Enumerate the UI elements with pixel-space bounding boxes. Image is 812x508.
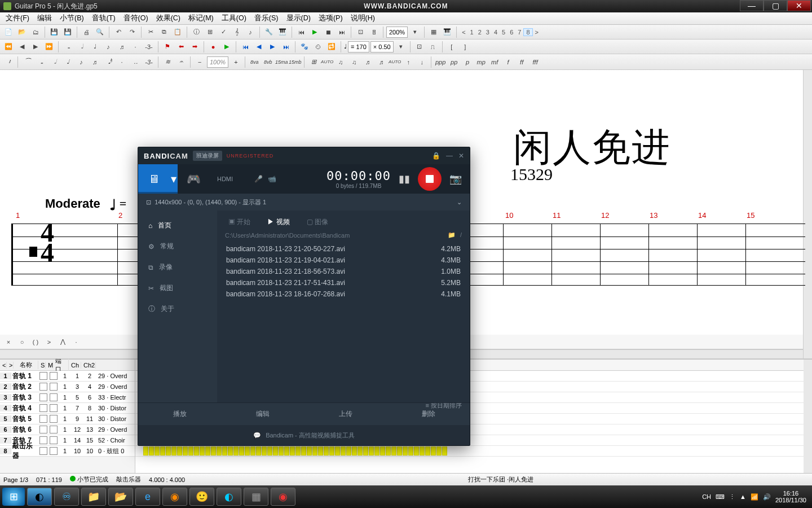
zoom2-less-button[interactable]: − [193, 56, 206, 68]
tab-image[interactable]: ▢ 图像 [307, 217, 328, 227]
taskbar-app[interactable]: 📂 [108, 488, 133, 506]
mute-checkbox[interactable] [50, 436, 58, 444]
prev-bar-button[interactable]: ⏮ [239, 41, 251, 53]
tray-volume-icon[interactable]: 🔊 [763, 493, 771, 501]
track-port[interactable]: 1 [59, 394, 71, 401]
screenshot-button[interactable]: 📷 [449, 173, 462, 185]
grid-cell[interactable] [267, 446, 272, 456]
fx-paren-button[interactable]: ( ) [29, 336, 42, 348]
grid-cell[interactable] [329, 446, 334, 456]
solo-checkbox[interactable] [39, 383, 47, 391]
grid-cell[interactable] [380, 446, 385, 456]
grid-cell[interactable] [211, 446, 216, 456]
grid-cell[interactable] [324, 446, 329, 456]
note-eighth-button[interactable]: ♪ [102, 41, 114, 53]
grid-cell[interactable] [183, 446, 188, 456]
grid-cell[interactable] [262, 446, 267, 456]
dur-dot-button[interactable]: · [116, 56, 128, 68]
mode-device-button[interactable]: HDMI [209, 164, 241, 194]
dur-32-button[interactable]: 𝅘𝅥𝅰 [102, 56, 114, 68]
menu-effect[interactable]: 效果(C) [154, 12, 183, 24]
grid-cell[interactable] [442, 446, 447, 456]
stem-up-button[interactable]: ↑ [402, 56, 414, 68]
fx-staccato-button[interactable]: · [70, 336, 82, 348]
taskbar-app[interactable]: ♾ [54, 488, 79, 506]
voice-pct-field[interactable]: 100% [207, 56, 228, 68]
track-instrument[interactable]: 29 · Overd [96, 383, 135, 390]
bracket-l-button[interactable]: [ [445, 41, 458, 53]
8va-button[interactable]: 8va [248, 56, 261, 68]
menu-edit[interactable]: 编辑 [35, 12, 54, 24]
browse-button[interactable]: 🗂 [29, 26, 42, 38]
ffwd-button[interactable]: ⏩ [43, 41, 55, 53]
track-ch2[interactable]: 11 [83, 415, 96, 422]
grid-cell[interactable] [295, 446, 301, 456]
action-upload[interactable]: 上传 [304, 402, 387, 425]
grid-cell[interactable] [431, 446, 436, 456]
print-preview-button[interactable]: 🔍 [94, 26, 106, 38]
tray-clock[interactable]: 16:16 2018/11/30 [775, 490, 806, 503]
lyrics-button[interactable]: ♪ [244, 26, 257, 38]
window-maximize-button[interactable]: ▢ [764, 0, 787, 11]
note-whole-button[interactable]: 𝅝 [61, 41, 74, 53]
chord-button[interactable]: ⊞ [307, 56, 320, 68]
menu-note[interactable]: 音符(O) [121, 12, 151, 24]
tracks-nav-right[interactable]: > [7, 362, 14, 369]
loop-button[interactable]: 🔁 [325, 41, 338, 53]
grid-cell[interactable] [346, 446, 351, 456]
grid-cell[interactable] [420, 446, 425, 456]
grid-cell[interactable] [352, 446, 357, 456]
grid-cell[interactable] [149, 446, 154, 456]
eq-button[interactable]: ⎍ [427, 41, 439, 53]
track-row[interactable]: 8 敲击乐器 1 10 10 0 · 鼓组 0 [0, 446, 135, 457]
grid-row[interactable] [135, 446, 812, 457]
tracks-scrollbar[interactable] [804, 360, 812, 473]
note-quarter-button[interactable]: ♩ [89, 41, 101, 53]
stem-down-button[interactable]: ↓ [416, 56, 428, 68]
beam3-button[interactable]: ♬ [361, 56, 374, 68]
grid-cell[interactable] [408, 446, 413, 456]
grid-cell[interactable] [143, 446, 148, 456]
tuplet-3-button[interactable]: -3- [143, 56, 155, 68]
chevron-down-icon[interactable]: ⌄ [457, 199, 462, 206]
redo-button[interactable]: ↷ [126, 26, 138, 38]
menu-bar[interactable]: 小节(B) [58, 12, 86, 24]
side-about[interactable]: ⓘ关于 [138, 299, 217, 319]
mute-checkbox[interactable] [50, 426, 58, 433]
grid-cell[interactable] [403, 446, 408, 456]
tie-button[interactable]: ⁀ [21, 56, 33, 68]
track-instrument[interactable]: 0 · 鼓组 0 [96, 447, 135, 456]
first-button[interactable]: ⏮ [295, 26, 307, 38]
dyn-ppp-button[interactable]: ppp [434, 56, 447, 68]
track-port[interactable]: 1 [59, 448, 71, 454]
capture-area-bar[interactable]: ⊡ 812x508 - (0, 0), (1440, 900) - 显示器 1… [138, 194, 470, 211]
tray-flag-icon[interactable]: ▲ [740, 493, 746, 500]
mic-icon[interactable]: 🎤 [254, 175, 268, 183]
new-file-button[interactable]: 📄 [2, 26, 15, 38]
folder-icon[interactable]: 📁 [448, 231, 456, 239]
track-ch[interactable]: 1 [71, 373, 83, 379]
track-row[interactable]: 6 音轨 6 1 12 13 29 · Overd [0, 424, 135, 435]
grid-cell[interactable] [166, 446, 171, 456]
dur-4-button[interactable]: ♩ [61, 56, 74, 68]
grid-cell[interactable] [301, 446, 306, 456]
mute-checkbox[interactable] [50, 447, 58, 455]
taskbar-app[interactable]: ◉ [162, 488, 187, 506]
taskbar-app[interactable]: ◉ [271, 488, 295, 506]
stop-button[interactable]: ⏹ [322, 26, 334, 38]
taskbar-app[interactable]: ◐ [217, 488, 241, 506]
grid-cell[interactable] [171, 446, 176, 456]
window-minimize-button[interactable]: — [740, 0, 764, 11]
rewind-button[interactable]: ⏪ [2, 41, 15, 53]
undo-button[interactable]: ↶ [112, 26, 125, 38]
play2-button[interactable]: ▶ [220, 41, 233, 53]
track-row[interactable]: 3 音轨 3 1 5 6 33 · Electr [0, 392, 135, 403]
bandicam-window[interactable]: BANDICAM 班迪录屏 UNREGISTERED 🔒 — ✕ 🖥 ▾ 🎮 H… [138, 147, 470, 446]
grid-cell[interactable] [194, 446, 199, 456]
dyn-mp-button[interactable]: mp [475, 56, 487, 68]
tie-note-button[interactable]: ≋ [161, 56, 174, 68]
taskbar-app[interactable]: ◐ [27, 488, 52, 506]
grid-cell[interactable] [414, 446, 419, 456]
solo-checkbox[interactable] [39, 415, 47, 423]
tempo-field[interactable]: = 170 [348, 41, 369, 52]
